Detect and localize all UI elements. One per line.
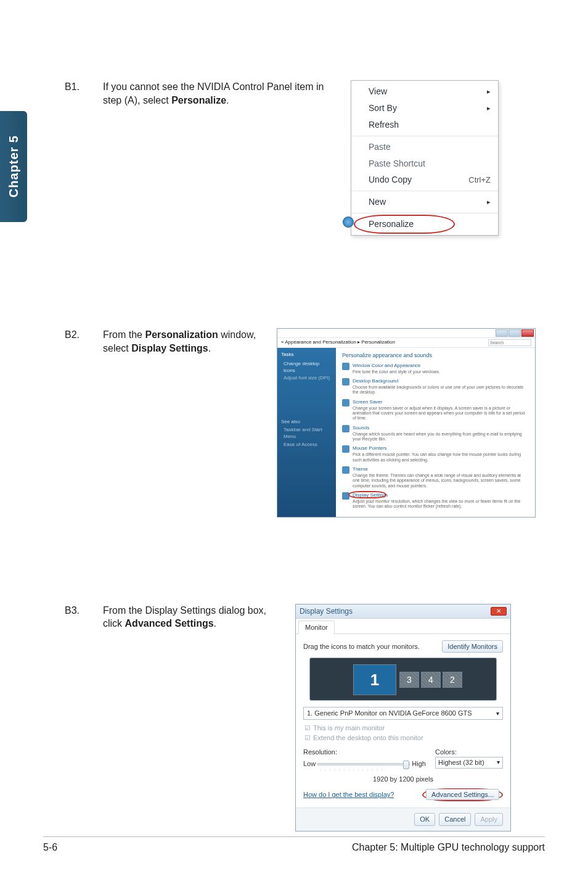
tab-monitor[interactable]: Monitor (298, 621, 335, 634)
colors-label: Colors: (435, 748, 503, 757)
ctx-new[interactable]: New (351, 194, 498, 210)
theme-icon (342, 466, 349, 474)
entry-title: Theme (353, 466, 529, 473)
desktop-context-menu[interactable]: View Sort By Refresh Paste Paste Shortcu… (351, 80, 499, 236)
step-b2-text: From the Personalization window, select … (103, 328, 263, 517)
entry-desktop-background[interactable]: Desktop BackgroundChoose from available … (342, 378, 529, 395)
slider-track[interactable] (317, 763, 410, 765)
chapter-side-tab-label: Chapter 5 (7, 135, 21, 197)
sidebar-taskbar-start[interactable]: Taskbar and Start Menu (284, 427, 332, 440)
address-bar[interactable]: « Appearance and Personalization ▸ Perso… (277, 337, 535, 348)
entry-screen-saver[interactable]: Screen SaverChange your screen saver or … (342, 399, 529, 421)
personalization-window-figure: « Appearance and Personalization ▸ Perso… (277, 328, 536, 517)
page-number: 5-6 (43, 842, 57, 853)
desktop-bg-icon (342, 378, 349, 386)
ctx-view[interactable]: View (351, 83, 498, 100)
entry-desc: Change your screen saver or adjust when … (353, 406, 529, 421)
monitor-3[interactable]: 3 (399, 672, 419, 688)
ctx-personalize[interactable]: Personalize (351, 216, 498, 233)
entry-mouse-pointers[interactable]: Mouse PointersPick a different mouse poi… (342, 445, 529, 463)
slider-thumb[interactable] (403, 761, 409, 769)
entry-display-settings[interactable]: Display SettingsAdjust your monitor reso… (342, 492, 529, 510)
callout-circle: Advanced Settings... (422, 788, 503, 801)
ctx-sort-by[interactable]: Sort By (351, 100, 498, 117)
sidebar-tasks-heading: Tasks (281, 352, 332, 358)
ds-tabs: Monitor (296, 619, 510, 634)
ctx-undo-shortcut: Ctrl+Z (468, 175, 491, 186)
entry-desc: Choose from available backgrounds or col… (353, 385, 529, 395)
entry-window-color[interactable]: Window Color and AppearanceFine tune the… (342, 363, 529, 374)
monitor-arrangement-area[interactable]: 1 3 4 2 (309, 658, 497, 701)
entry-theme[interactable]: ThemeChange the theme. Themes can change… (342, 466, 529, 489)
ctx-undo-copy[interactable]: Undo Copy Ctrl+Z (351, 171, 498, 188)
sidebar-change-desktop-icons[interactable]: Change desktop icons (284, 361, 332, 374)
close-button[interactable] (521, 329, 534, 337)
advanced-settings-button[interactable]: Advanced Settings... (426, 789, 499, 800)
step-b3: B3. From the Display Settings dialog box… (65, 604, 551, 832)
drag-instruction: Drag the icons to match your monitors. (303, 642, 420, 651)
ctx-paste-shortcut: Paste Shortcut (351, 155, 498, 172)
close-button[interactable]: ✕ (491, 607, 507, 616)
ok-button[interactable]: OK (414, 813, 435, 826)
entry-desc: Adjust your monitor resolution, which ch… (353, 499, 529, 510)
pwin-main: Personalize appearance and sounds Window… (336, 348, 535, 517)
pwin-main-heading: Personalize appearance and sounds (342, 352, 529, 359)
resolution-value: 1920 by 1200 pixels (303, 775, 503, 784)
pwin-titlebar[interactable] (277, 329, 535, 337)
b2-t1: From the (103, 329, 145, 340)
breadcrumb[interactable]: « Appearance and Personalization ▸ Perso… (281, 339, 395, 346)
resolution-slider[interactable]: Low High | | | | | | | | | | | | | | (303, 759, 435, 771)
ctx-refresh-label: Refresh (369, 119, 399, 131)
display-settings-dialog[interactable]: Display Settings ✕ Monitor Drag the icon… (295, 604, 511, 832)
entry-title: Window Color and Appearance (353, 363, 440, 369)
cancel-button[interactable]: Cancel (439, 813, 471, 826)
help-link[interactable]: How do I get the best display? (303, 790, 394, 799)
colors-combo[interactable]: Highest (32 bit) (435, 757, 503, 769)
step-b3-label: B3. (65, 604, 89, 832)
b3-b1: Advanced Settings (125, 618, 214, 629)
monitor-select-combo[interactable]: 1. Generic PnP Monitor on NVIDIA GeForce… (303, 707, 503, 720)
entry-title: Mouse Pointers (353, 445, 529, 452)
ctx-paste-shortcut-label: Paste Shortcut (369, 158, 425, 170)
identify-monitors-button[interactable]: Identify Monitors (442, 640, 503, 653)
entry-title: Desktop Background (353, 378, 529, 385)
slider-high-label: High (412, 760, 426, 767)
footer-chapter-title: Chapter 5: Multiple GPU technology suppo… (352, 842, 545, 853)
personalize-icon (343, 217, 354, 228)
ds-title: Display Settings (300, 606, 353, 616)
sounds-icon (342, 425, 349, 432)
ctx-paste: Paste (351, 139, 498, 155)
entry-title: Display Settings (353, 492, 529, 499)
ctx-new-label: New (369, 196, 386, 208)
entry-desc: Fine tune the color and style of your wi… (353, 369, 440, 374)
ctx-sortby-label: Sort By (369, 102, 397, 114)
search-input[interactable] (488, 339, 531, 346)
maximize-button[interactable] (508, 329, 521, 337)
b2-b1: Personalization (145, 329, 218, 340)
colors-value: Highest (32 bit) (438, 758, 484, 767)
step-b1-label: B1. (65, 80, 89, 236)
b2-t3: . (208, 343, 211, 353)
minimize-button[interactable] (496, 329, 508, 337)
b2-b2: Display Settings (131, 343, 208, 353)
entry-desc: Change the theme. Themes can change a wi… (353, 473, 529, 489)
ctx-refresh[interactable]: Refresh (351, 117, 498, 133)
monitor-1[interactable]: 1 (353, 664, 396, 695)
ds-titlebar[interactable]: Display Settings ✕ (296, 604, 510, 619)
entry-sounds[interactable]: SoundsChange which sounds are heard when… (342, 425, 529, 442)
sidebar-ease-of-access[interactable]: Ease of Access (284, 442, 332, 448)
entry-title: Sounds (353, 425, 529, 432)
monitor-2[interactable]: 2 (443, 672, 462, 688)
main-monitor-checkbox: This is my main monitor (304, 724, 503, 733)
ctx-personalize-label: Personalize (369, 218, 414, 230)
step-b2-label: B2. (65, 328, 89, 517)
window-color-icon (342, 363, 349, 370)
step-b1: B1. If you cannot see the NVIDIA Control… (65, 80, 551, 236)
personalization-window[interactable]: « Appearance and Personalization ▸ Perso… (277, 328, 536, 517)
mouse-icon (342, 445, 349, 453)
ctx-paste-label: Paste (369, 141, 391, 153)
step-b3-text: From the Display Settings dialog box, cl… (103, 604, 282, 832)
monitor-4[interactable]: 4 (421, 672, 441, 688)
sidebar-adjust-font-size[interactable]: Adjust font size (DPI) (284, 375, 332, 382)
step-b1-text: If you cannot see the NVIDIA Control Pan… (103, 80, 337, 236)
